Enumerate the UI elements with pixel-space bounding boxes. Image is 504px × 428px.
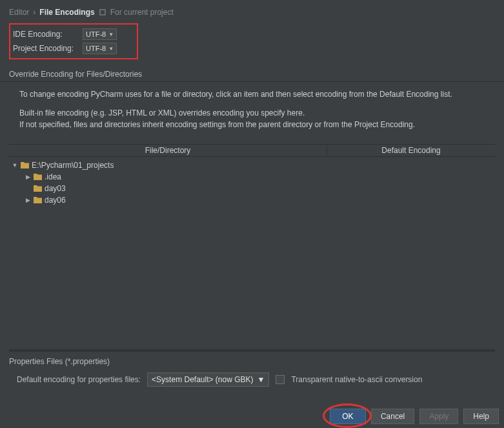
project-encoding-label: Project Encoding: — [13, 44, 79, 53]
spacer — [25, 185, 31, 192]
folder-icon — [34, 173, 42, 180]
expand-icon[interactable]: ▼ — [12, 162, 18, 168]
properties-label: Default encoding for properties files: — [17, 375, 141, 384]
folder-icon — [34, 196, 42, 203]
encoding-highlight: IDE Encoding: UTF-8 ▼ Project Encoding: … — [9, 23, 138, 59]
breadcrumb-scope: For current project — [110, 8, 174, 17]
ok-button[interactable]: OK — [330, 409, 366, 424]
button-bar: OK Cancel Apply Help — [330, 409, 499, 424]
chevron-down-icon: ▼ — [108, 32, 114, 37]
tree-item-label: day06 — [45, 196, 66, 205]
tree-row[interactable]: ▶ .idea — [9, 171, 495, 183]
tree-root-row[interactable]: ▼ E:\Pycharm\01_projects — [9, 159, 495, 171]
ide-encoding-combo[interactable]: UTF-8 ▼ — [83, 28, 117, 40]
tree-item-label: day03 — [45, 184, 66, 193]
svg-rect-1 — [101, 10, 105, 14]
properties-title: Properties Files (*.properties) — [9, 357, 495, 366]
tree-root-label: E:\Pycharm\01_projects — [32, 161, 114, 170]
table-header: File/Directory Default Encoding — [9, 144, 495, 157]
expand-icon[interactable]: ▶ — [25, 197, 31, 203]
override-title: Override Encoding for Files/Directories — [0, 66, 504, 82]
folder-icon — [34, 185, 42, 192]
override-para2a: Built-in file encoding (e.g. JSP, HTML o… — [19, 108, 305, 117]
override-para1: To change encoding PyCharm uses for a fi… — [19, 88, 495, 101]
properties-encoding-value: <System Default> (now GBK) — [152, 375, 253, 384]
override-para2b: If not specified, files and directories … — [19, 120, 415, 129]
properties-section: Properties Files (*.properties) Default … — [0, 352, 504, 387]
tree-row[interactable]: ▶ day06 — [9, 194, 495, 206]
cancel-button[interactable]: Cancel — [371, 409, 414, 424]
chevron-down-icon: ▼ — [257, 375, 265, 384]
tree-row[interactable]: day03 — [9, 183, 495, 194]
help-button[interactable]: Help — [463, 409, 499, 424]
folder-icon — [21, 161, 29, 168]
tree-item-label: .idea — [45, 172, 61, 181]
project-encoding-combo[interactable]: UTF-8 ▼ — [83, 43, 117, 54]
project-encoding-value: UTF-8 — [86, 45, 106, 52]
breadcrumb-parent[interactable]: Editor — [9, 8, 29, 17]
ide-encoding-label: IDE Encoding: — [13, 30, 79, 39]
chevron-down-icon: ▼ — [108, 46, 114, 52]
transparent-conversion-checkbox[interactable] — [276, 375, 285, 384]
breadcrumb-sep: › — [33, 8, 35, 17]
properties-encoding-combo[interactable]: <System Default> (now GBK) ▼ — [147, 372, 269, 387]
breadcrumb-current: File Encodings — [39, 8, 94, 17]
apply-button: Apply — [419, 409, 458, 424]
override-info: To change encoding PyCharm uses for a fi… — [0, 82, 504, 144]
col-file-header[interactable]: File/Directory — [9, 146, 327, 155]
expand-icon[interactable]: ▶ — [25, 174, 31, 180]
transparent-conversion-label: Transparent native-to-ascii conversion — [291, 375, 422, 384]
file-tree[interactable]: ▼ E:\Pycharm\01_projects ▶ .idea day03 ▶… — [9, 159, 495, 344]
col-enc-header[interactable]: Default Encoding — [327, 146, 495, 155]
ide-encoding-value: UTF-8 — [86, 30, 106, 38]
project-scope-icon — [99, 8, 106, 16]
breadcrumb: Editor › File Encodings For current proj… — [0, 0, 504, 22]
